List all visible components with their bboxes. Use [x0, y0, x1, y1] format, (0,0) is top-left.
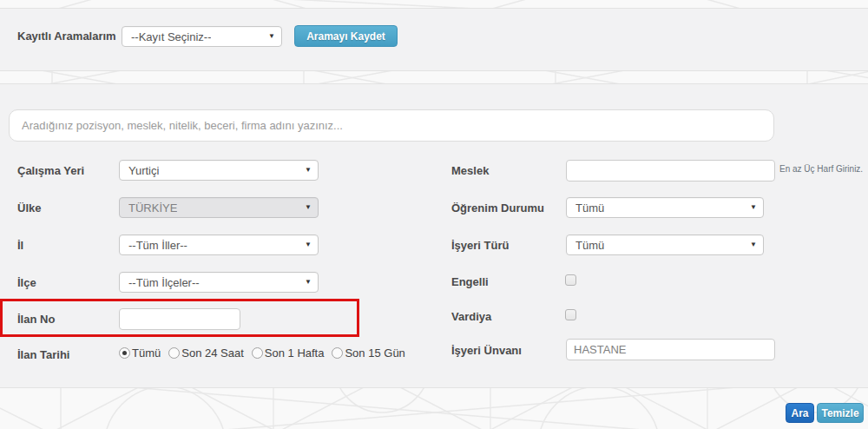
ulke-value: TÜRKİYE: [128, 201, 177, 214]
vardiya-checkbox[interactable]: [565, 309, 576, 320]
radio-ilan-tarihi-son-24-saat[interactable]: Son 24 Saat: [168, 346, 244, 360]
radio-ilan-tarihi-son-15-gun[interactable]: Son 15 Gün: [332, 346, 404, 360]
chevron-down-icon: ▼: [268, 33, 275, 40]
chevron-down-icon: ▼: [305, 167, 312, 174]
ogrenim-durumu-label: Öğrenim Durumu: [451, 201, 544, 214]
job-search-filter-page: Kayıtlı Aramalarım --Kayıt Seçiniz-- ▼ A…: [0, 0, 868, 429]
isyeri-turu-value: Tümü: [575, 239, 604, 252]
radio-ilan-tarihi-son-1-hafta[interactable]: Son 1 Hafta: [252, 346, 325, 360]
ilan-tarihi-label: İlan Tarihi: [17, 348, 69, 361]
ilce-label: İlçe: [17, 276, 36, 289]
save-search-button[interactable]: Aramayı Kaydet: [294, 25, 398, 47]
radio-unchecked-icon: [332, 347, 343, 359]
isyeri-turu-select[interactable]: Tümü ▼: [566, 234, 764, 255]
calisma-yeri-label: Çalışma Yeri: [17, 164, 84, 177]
chevron-down-icon: ▼: [750, 204, 757, 211]
meslek-hint: En az Üç Harf Giriniz.: [779, 164, 863, 174]
meslek-label: Meslek: [451, 164, 489, 177]
ilce-select[interactable]: --Tüm İlçeler-- ▼: [119, 272, 319, 293]
radio-unchecked-icon: [168, 347, 180, 359]
ilce-value: --Tüm İlçeler--: [128, 276, 200, 289]
radio-label: Tümü: [132, 346, 161, 360]
il-value: --Tüm İller--: [128, 239, 187, 252]
chevron-down-icon: ▼: [305, 279, 312, 286]
engelli-label: Engelli: [451, 275, 489, 288]
chevron-down-icon: ▼: [305, 204, 312, 211]
il-label: İl: [17, 239, 23, 252]
saved-searches-label: Kayıtlı Aramalarım: [17, 30, 116, 43]
engelli-checkbox[interactable]: [565, 274, 576, 286]
radio-checked-icon: [119, 347, 130, 359]
ilan-tarihi-radio-group: Tümü Son 24 Saat Son 1 Hafta Son 15 Gün: [119, 346, 405, 360]
isyeri-unvani-label: İşyeri Ünvanı: [451, 344, 522, 357]
radio-label: Son 1 Hafta: [265, 346, 325, 360]
radio-ilan-tarihi-tumu[interactable]: Tümü: [119, 346, 161, 360]
saved-search-select-value: --Kayıt Seçiniz--: [131, 30, 211, 43]
radio-unchecked-icon: [252, 347, 263, 359]
ogrenim-durumu-select[interactable]: Tümü ▼: [566, 197, 764, 218]
il-select[interactable]: --Tüm İller-- ▼: [119, 234, 319, 255]
clear-button[interactable]: Temizle: [817, 403, 864, 423]
chevron-down-icon: ▼: [305, 241, 312, 248]
search-button[interactable]: Ara: [786, 403, 814, 423]
keyword-search-input[interactable]: [9, 109, 774, 142]
ulke-select: TÜRKİYE ▼: [119, 197, 319, 218]
calisma-yeri-select[interactable]: Yurtiçi ▼: [119, 160, 319, 181]
vardiya-label: Vardiya: [451, 310, 491, 323]
ogrenim-durumu-value: Tümü: [575, 201, 604, 214]
radio-label: Son 15 Gün: [345, 346, 404, 360]
calisma-yeri-value: Yurtiçi: [128, 164, 159, 177]
ulke-label: Ülke: [17, 201, 41, 214]
chevron-down-icon: ▼: [750, 241, 757, 248]
ilan-no-input[interactable]: [119, 308, 240, 330]
ilan-no-label: İlan No: [17, 313, 55, 326]
radio-label: Son 24 Saat: [181, 346, 244, 360]
isyeri-turu-label: İşyeri Türü: [451, 239, 509, 252]
saved-search-select[interactable]: --Kayıt Seçiniz-- ▼: [122, 26, 282, 47]
isyeri-unvani-input[interactable]: [566, 339, 775, 360]
meslek-input[interactable]: [566, 160, 775, 182]
